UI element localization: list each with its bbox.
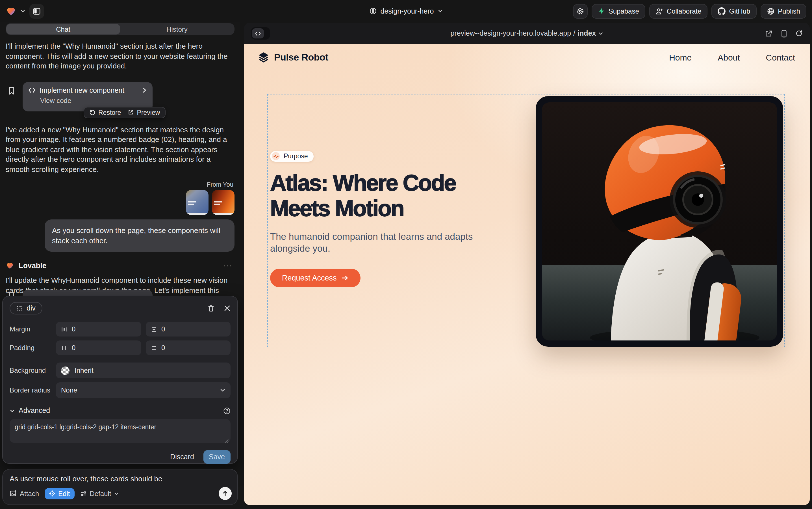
code-icon [28, 87, 36, 93]
toggle-sidebar-button[interactable] [29, 4, 44, 19]
project-switcher[interactable]: design-your-hero [369, 7, 443, 15]
edit-mode-pill[interactable]: Edit [45, 488, 74, 499]
transparency-swatch-icon [61, 366, 70, 375]
attachment-thumbnails [6, 190, 234, 215]
layers-logo-icon [258, 52, 269, 63]
pulse-icon [272, 152, 280, 160]
project-name: design-your-hero [380, 7, 434, 15]
padding-label: Padding [10, 344, 56, 352]
restore-preview-toolbar: Restore Preview [84, 107, 165, 118]
globe-icon [369, 7, 377, 15]
chat-composer[interactable]: As user mouse roll over, these cards sho… [2, 469, 238, 505]
arrow-right-icon [341, 275, 348, 281]
restore-button[interactable]: Restore [89, 109, 121, 116]
assistant-name: Lovable [19, 261, 46, 270]
open-preview-icon [128, 109, 134, 115]
margin-y-input[interactable]: 0 [146, 322, 230, 337]
request-access-button[interactable]: Request Access [270, 268, 361, 287]
selected-element-tag: div [27, 304, 36, 312]
view-code-link[interactable]: View code [40, 96, 147, 104]
publish-button[interactable]: Publish [760, 4, 806, 19]
refresh-button[interactable] [795, 29, 803, 37]
workspace-chevron-down-icon[interactable] [20, 8, 26, 13]
dashed-square-icon [16, 305, 23, 311]
padding-x-input[interactable]: 0 [56, 340, 141, 355]
mobile-view-button[interactable] [780, 29, 788, 38]
project-chevron-down-icon [438, 8, 443, 13]
margin-vertical-icon [151, 326, 157, 332]
background-picker[interactable]: Inherit [56, 363, 230, 378]
open-in-new-tab-button[interactable] [765, 29, 773, 38]
github-icon [718, 7, 726, 15]
margin-x-input[interactable]: 0 [56, 322, 141, 337]
padding-y-input[interactable]: 0 [146, 340, 230, 355]
close-inspector-button[interactable] [224, 305, 230, 312]
composer-draft-text[interactable]: As user mouse roll over, these cards sho… [10, 475, 230, 483]
hero-copy-column: Purpose Atlas: Where Code Meets Motion T… [270, 95, 534, 347]
purpose-badge: Purpose [270, 151, 313, 162]
tab-chat[interactable]: Chat [6, 24, 120, 34]
attach-button[interactable]: Attach [10, 489, 39, 498]
lovable-heart-icon [6, 261, 14, 270]
attachment-thumbnail-orange[interactable] [212, 190, 234, 215]
site-nav: Home About Contact [669, 53, 795, 62]
preview-pane: preview--design-your-hero.lovable.app / … [244, 23, 810, 505]
restore-icon [89, 109, 96, 115]
site-brand[interactable]: Pulse Robot [258, 52, 328, 63]
message-more-button[interactable]: ··· [223, 261, 234, 270]
nav-about[interactable]: About [717, 53, 740, 62]
website-viewport: Pulse Robot Home About Contact Purpose [244, 44, 810, 505]
bookmark-icon[interactable] [8, 86, 15, 95]
code-preview-toggle[interactable] [251, 27, 270, 40]
preview-url-bar[interactable]: preview--design-your-hero.lovable.app / … [451, 29, 603, 37]
resize-handle[interactable] [224, 439, 229, 443]
tab-history[interactable]: History [120, 24, 234, 34]
site-header: Pulse Robot Home About Contact [244, 44, 810, 63]
app-window: design-your-hero Supabase [0, 0, 812, 509]
person-plus-icon [656, 7, 663, 15]
element-inspector-panel: div Margin [2, 296, 238, 464]
chevron-down-icon [114, 491, 119, 496]
settings-button[interactable] [573, 4, 588, 19]
background-label: Background [10, 367, 56, 374]
chat-panel: Chat History I'll implement the "Why Hum… [0, 22, 240, 509]
sliders-icon [80, 490, 87, 497]
publish-globe-icon [767, 7, 774, 15]
border-radius-label: Border radius [10, 386, 56, 394]
action-card-title: Implement new component [40, 86, 138, 94]
collaborate-button[interactable]: Collaborate [649, 4, 708, 19]
margin-label: Margin [10, 325, 56, 333]
padding-horizontal-icon [61, 345, 67, 351]
mode-selector[interactable]: Default [80, 489, 118, 498]
advanced-section-toggle[interactable]: Advanced [10, 407, 230, 414]
assistant-message-1: I'll implement the "Why Humanoid" sectio… [6, 41, 234, 71]
preview-button[interactable]: Preview [128, 109, 160, 116]
attachment-thumbnail-blue[interactable] [186, 190, 209, 215]
advanced-classes-textarea[interactable]: grid grid-cols-1 lg:grid-cols-2 gap-12 i… [10, 419, 230, 443]
chevron-down-icon [10, 408, 15, 413]
supabase-button[interactable]: Supabase [592, 4, 645, 19]
preview-page: index [578, 29, 596, 37]
user-message-bubble: As you scroll down the page, these compo… [45, 219, 234, 252]
nav-contact[interactable]: Contact [766, 53, 795, 62]
nav-home[interactable]: Home [669, 53, 692, 62]
selected-element-pill[interactable]: div [10, 302, 42, 314]
supabase-icon [598, 7, 605, 15]
from-you-label: From You [6, 181, 234, 188]
discard-button[interactable]: Discard [170, 453, 194, 461]
border-radius-select[interactable]: None [56, 382, 230, 398]
assistant-header: Lovable ··· [6, 261, 234, 270]
chevron-down-icon [598, 31, 603, 36]
action-card-wrap: Implement new component View code Restor… [6, 82, 234, 111]
help-icon[interactable] [223, 407, 230, 414]
selected-hero-section[interactable]: Purpose Atlas: Where Code Meets Motion T… [267, 94, 785, 347]
robot-image-card [536, 96, 783, 347]
preview-toolbar: preview--design-your-hero.lovable.app / … [244, 23, 810, 44]
lovable-heart-logo[interactable] [6, 6, 16, 16]
save-button[interactable]: Save [203, 450, 230, 464]
attach-image-icon [10, 490, 17, 497]
send-button[interactable] [219, 487, 232, 500]
preview-url: preview--design-your-hero.lovable.app [451, 29, 571, 37]
github-button[interactable]: GitHub [712, 4, 756, 19]
delete-element-button[interactable] [208, 304, 215, 312]
